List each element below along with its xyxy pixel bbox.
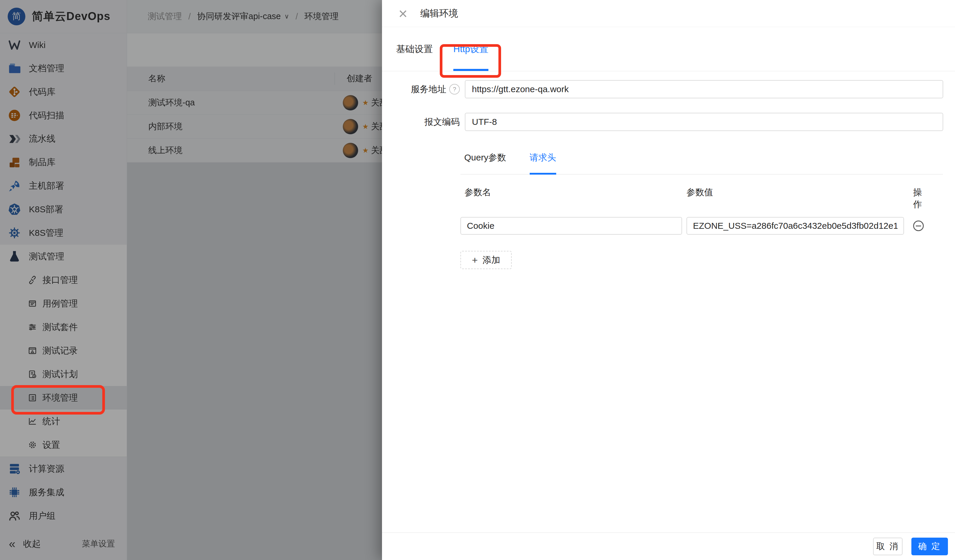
column-header-action: 操作 bbox=[913, 186, 929, 211]
sidebar-item-compute-resource[interactable]: 计算资源 bbox=[0, 457, 127, 480]
confirm-button[interactable]: 确 定 bbox=[911, 538, 948, 555]
sidebar-item-label: 测试管理 bbox=[29, 251, 64, 263]
env-name[interactable]: 线上环境 bbox=[127, 145, 335, 156]
sidebar-item-env-manage[interactable]: 环境管理 bbox=[0, 386, 127, 410]
plus-icon: + bbox=[472, 255, 478, 265]
sidebar-item-test-record[interactable]: 测试记录 bbox=[0, 339, 127, 362]
collapse-label: 收起 bbox=[23, 538, 41, 550]
tab-http-settings[interactable]: Http设置 bbox=[453, 27, 488, 71]
encoding-label: 报文编码 bbox=[396, 116, 460, 128]
sidebar-item-pipeline[interactable]: 流水线 bbox=[0, 127, 127, 151]
param-name-input[interactable] bbox=[460, 217, 682, 235]
sidebar-bottom-group: 计算资源 服务集成 用户组 « 收起 bbox=[0, 457, 127, 560]
close-icon[interactable]: × bbox=[399, 6, 413, 21]
sidebar-item-label: 代码扫描 bbox=[29, 109, 64, 122]
help-icon[interactable]: ? bbox=[449, 84, 460, 95]
sidebar-item-wiki[interactable]: Wiki bbox=[0, 33, 127, 57]
brand[interactable]: 简 简单云DevOps bbox=[0, 0, 127, 33]
drawer-footer: 取 消 确 定 bbox=[382, 532, 955, 560]
remove-param-button[interactable] bbox=[913, 220, 924, 231]
drawer-header: × 编辑环境 bbox=[382, 0, 955, 27]
screen: 简 简单云DevOps Wiki 文档管理 代码库 bbox=[0, 0, 955, 560]
service-address-row: 服务地址 ? bbox=[396, 80, 943, 98]
sidebar-item-host-deploy[interactable]: 主机部署 bbox=[0, 174, 127, 198]
sidebar-item-user-group[interactable]: 用户组 bbox=[0, 504, 127, 527]
sidebar-item-api-manage[interactable]: 接口管理 bbox=[0, 268, 127, 292]
sidebar: 简 简单云DevOps Wiki 文档管理 代码库 bbox=[0, 0, 127, 560]
sidebar-item-label: 服务集成 bbox=[29, 487, 64, 498]
env-manage-icon bbox=[28, 393, 37, 402]
service-address-label-text: 服务地址 bbox=[411, 83, 446, 95]
chevron-down-icon[interactable]: ∨ bbox=[285, 12, 289, 20]
avatar bbox=[343, 143, 358, 158]
k8s-deploy-icon bbox=[8, 203, 21, 216]
settings-icon bbox=[28, 440, 37, 449]
encoding-label-text: 报文编码 bbox=[424, 116, 460, 128]
param-row bbox=[460, 217, 943, 235]
sidebar-item-usecase-manage[interactable]: 用例管理 bbox=[0, 292, 127, 315]
breadcrumb-separator: / bbox=[296, 12, 298, 22]
menu-settings-button[interactable]: 菜单设置 bbox=[82, 538, 115, 549]
service-address-input[interactable] bbox=[465, 80, 943, 98]
param-tabs: Query参数 请求头 bbox=[460, 150, 943, 175]
breadcrumb-section[interactable]: 测试管理 bbox=[148, 11, 182, 22]
sidebar-item-service-integration[interactable]: 服务集成 bbox=[0, 480, 127, 504]
sidebar-item-settings[interactable]: 设置 bbox=[0, 433, 127, 457]
sidebar-item-label: 接口管理 bbox=[42, 274, 78, 286]
artifact-repo-icon bbox=[8, 156, 21, 169]
sidebar-item-label: 计算资源 bbox=[29, 463, 64, 475]
test-record-icon bbox=[28, 346, 37, 356]
param-value-input[interactable] bbox=[686, 217, 904, 235]
sidebar-item-k8s-manage[interactable]: K8S管理 bbox=[0, 221, 127, 245]
breadcrumb-project[interactable]: 协同研发评审api-case bbox=[197, 11, 281, 22]
sidebar-item-code-repo[interactable]: 代码库 bbox=[0, 80, 127, 104]
sidebar-item-label: 流水线 bbox=[29, 133, 55, 145]
param-table-header: 参数名 参数值 操作 bbox=[460, 186, 943, 211]
tab-basic-settings[interactable]: 基础设置 bbox=[396, 27, 433, 71]
crown-icon: ★ bbox=[362, 98, 369, 107]
sidebar-item-artifact-repo[interactable]: 制品库 bbox=[0, 151, 127, 174]
sidebar-item-label: K8S管理 bbox=[29, 227, 63, 239]
sidebar-footer: « 收起 菜单设置 bbox=[0, 527, 127, 560]
sidebar-item-test-suite[interactable]: 测试套件 bbox=[0, 315, 127, 339]
service-address-label: 服务地址 ? bbox=[396, 83, 460, 95]
stats-icon bbox=[28, 416, 37, 426]
collapse-sidebar-button[interactable]: « 收起 bbox=[9, 538, 41, 550]
http-params-section: Query参数 请求头 参数名 参数值 操作 + 添加 bbox=[460, 150, 943, 269]
add-param-button[interactable]: + 添加 bbox=[460, 251, 512, 269]
tab-query-params[interactable]: Query参数 bbox=[464, 150, 506, 175]
sidebar-item-label: 制品库 bbox=[29, 156, 55, 168]
sidebar-item-label: 用例管理 bbox=[42, 298, 78, 310]
env-name[interactable]: 内部环境 bbox=[127, 121, 335, 133]
cancel-button[interactable]: 取 消 bbox=[873, 538, 903, 555]
sidebar-item-label: 设置 bbox=[42, 439, 60, 451]
edit-environment-drawer: × 编辑环境 基础设置 Http设置 服务地址 ? 报文编码 bbox=[382, 0, 955, 560]
sidebar-item-label: 用户组 bbox=[29, 510, 55, 522]
sidebar-item-code-scan[interactable]: 代码扫描 bbox=[0, 104, 127, 127]
sidebar-item-doc-manage[interactable]: 文档管理 bbox=[0, 57, 127, 80]
sidebar-item-label: 文档管理 bbox=[29, 62, 64, 75]
user-group-icon bbox=[8, 509, 21, 523]
tab-request-headers[interactable]: 请求头 bbox=[530, 150, 556, 175]
drawer-body: 服务地址 ? 报文编码 Query参数 请求头 参数名 参数值 bbox=[382, 71, 955, 532]
brand-logo-icon: 简 bbox=[8, 8, 25, 25]
host-deploy-icon bbox=[8, 179, 21, 193]
sidebar-item-stats[interactable]: 统计 bbox=[0, 410, 127, 433]
env-name[interactable]: 测试环境-qa bbox=[127, 97, 335, 109]
sidebar-item-label: 测试记录 bbox=[42, 345, 78, 357]
test-plan-icon bbox=[28, 370, 37, 379]
sidebar-item-test-manage[interactable]: 测试管理 bbox=[0, 245, 127, 268]
compute-resource-icon bbox=[8, 462, 21, 476]
sidebar-item-label: 主机部署 bbox=[29, 180, 64, 192]
sidebar-item-k8s-deploy[interactable]: K8S部署 bbox=[0, 198, 127, 221]
encoding-row: 报文编码 bbox=[396, 113, 943, 131]
sidebar-item-test-plan[interactable]: 测试计划 bbox=[0, 362, 127, 386]
usecase-manage-icon bbox=[28, 299, 37, 308]
doc-manage-icon bbox=[8, 62, 21, 75]
code-scan-icon bbox=[8, 109, 21, 122]
column-header-param-name: 参数名 bbox=[460, 186, 682, 211]
sidebar-item-label: 测试计划 bbox=[42, 368, 78, 381]
test-suite-icon bbox=[28, 322, 37, 332]
encoding-input[interactable] bbox=[465, 113, 943, 131]
crown-icon: ★ bbox=[362, 122, 369, 131]
